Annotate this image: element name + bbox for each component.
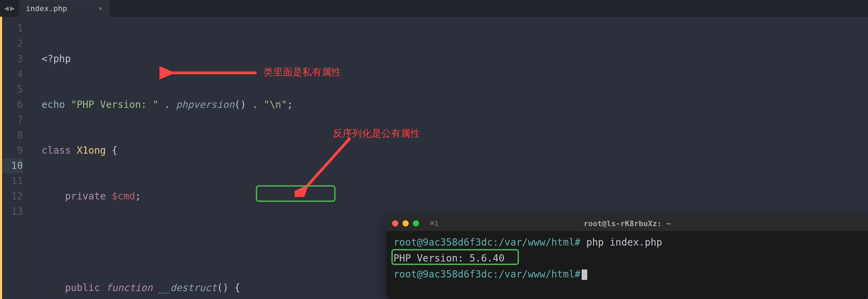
gutter: 1 2 3 4 5 6 7 8 9 10 11 12 13 [0, 17, 31, 299]
terminal-line: root@9ac358d6f3dc:/var/www/html# php ind… [393, 234, 861, 250]
code-line: echo "PHP Version: " . phpversion() . "\… [31, 97, 868, 112]
line-number: 6 [2, 97, 23, 112]
terminal-line: root@9ac358d6f3dc:/var/www/html# [393, 266, 861, 282]
terminal-tab-label: ⌘1 [430, 219, 439, 228]
line-number: 11 [2, 173, 23, 189]
terminal-window: ⌘1 root@ls-rK8rbuXz: ~ root@9ac358d6f3dc… [387, 216, 868, 299]
nav-arrows: ◀ ▶ [0, 4, 19, 12]
code-line: <?php [31, 51, 868, 67]
cursor-icon [582, 270, 587, 280]
line-number: 7 [2, 112, 23, 128]
line-number: 5 [2, 82, 23, 97]
line-number: 1 [2, 21, 23, 36]
close-window-icon[interactable] [392, 220, 398, 227]
tab-bar: ◀ ▶ index.php × [0, 0, 868, 17]
maximize-window-icon[interactable] [413, 220, 419, 227]
line-number: 2 [2, 36, 23, 51]
line-number: 3 [2, 51, 23, 67]
traffic-lights [392, 220, 419, 227]
arrow-annotation-icon [295, 128, 364, 197]
line-number: 13 [2, 204, 23, 219]
terminal-line: PHP Version: 5.6.40 [393, 250, 861, 266]
terminal-title: root@ls-rK8rbuXz: ~ [584, 219, 671, 228]
line-number: 8 [2, 128, 23, 143]
line-number: 4 [2, 67, 23, 82]
code-line: class X1ong { [31, 143, 868, 158]
tab-filename: index.php [26, 4, 67, 13]
terminal-titlebar: ⌘1 root@ls-rK8rbuXz: ~ [387, 216, 868, 231]
nav-forward-icon[interactable]: ▶ [10, 4, 15, 12]
annotation-text: 反序列化是公有属性 [333, 126, 420, 141]
code-line: private $cmd; [31, 189, 868, 204]
file-tab[interactable]: index.php × [19, 0, 110, 17]
line-number: 10 [2, 158, 23, 173]
nav-back-icon[interactable]: ◀ [4, 4, 9, 12]
close-icon[interactable]: × [98, 4, 103, 12]
line-number: 12 [2, 189, 23, 204]
terminal-body[interactable]: root@9ac358d6f3dc:/var/www/html# php ind… [387, 231, 868, 286]
minimize-window-icon[interactable] [402, 220, 409, 227]
annotation-text: 类里面是私有属性 [263, 65, 341, 80]
line-number: 9 [2, 143, 23, 158]
